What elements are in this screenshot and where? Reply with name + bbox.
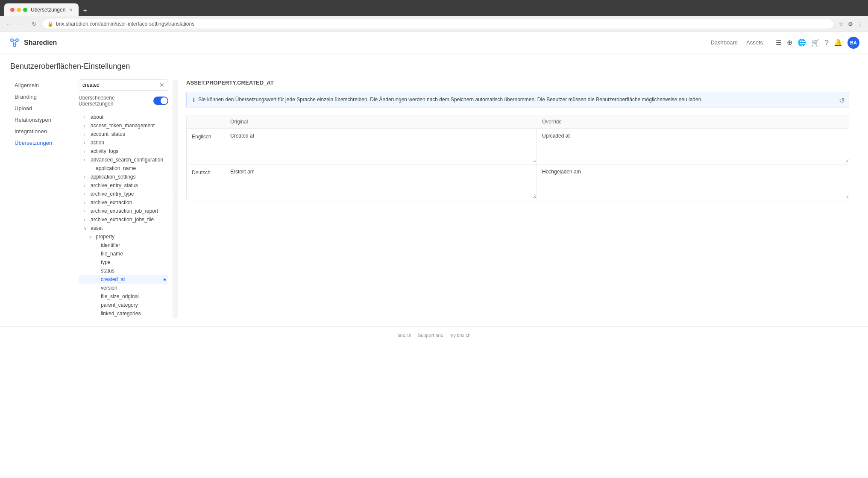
forward-button[interactable]: → (17, 20, 26, 28)
sidebar-item-integrationen[interactable]: Integrationen (10, 126, 79, 137)
tree-item-label: asset (91, 225, 103, 231)
tree-item-advanced_search[interactable]: ›advanced_search_configuration (79, 155, 168, 164)
menu-icon[interactable]: ☰ (776, 38, 782, 47)
back-button[interactable]: ← (4, 20, 14, 28)
tree-chevron-icon: › (84, 132, 89, 137)
lang-label-en: Englisch (187, 129, 225, 164)
tree-item-asset[interactable]: ∨asset (79, 224, 168, 232)
globe-icon[interactable]: 🌐 (798, 38, 806, 47)
tree-item-file_name[interactable]: file_name (79, 249, 168, 258)
tree-chevron-icon: › (84, 200, 89, 205)
tree-item-type[interactable]: type (79, 258, 168, 267)
tree-item-parent_category[interactable]: parent_category (79, 301, 168, 309)
svg-line-5 (15, 41, 17, 44)
avatar-button[interactable]: BA (847, 37, 859, 49)
header-original-col: Original (225, 115, 537, 128)
star-icon: ★ (163, 277, 167, 282)
footer-link-brix[interactable]: brix.ch (397, 333, 411, 338)
tree-chevron-icon: › (84, 158, 89, 162)
original-en-textarea[interactable] (225, 129, 537, 163)
tree-item-property[interactable]: ∨property (79, 232, 168, 241)
dot-yellow[interactable] (17, 8, 21, 12)
tree-item-archive_extraction_jobs_tile[interactable]: ›archive_extraction_jobs_tile (79, 215, 168, 224)
tree-item-file_size_original[interactable]: file_size_original (79, 292, 168, 301)
header-nav: Dashboard Assets ☰ ⊕ 🌐 🛒 ? 🔔 BA (710, 37, 859, 49)
tree-item-label: status (101, 268, 114, 274)
tree-item-application_settings[interactable]: ›application_settings (79, 173, 168, 181)
tab-close-button[interactable]: ✕ (69, 7, 73, 13)
tree-item-archive_entry_type[interactable]: ›archive_entry_type (79, 190, 168, 198)
tree-item-linked_categories[interactable]: linked_categories (79, 309, 168, 318)
new-tab-button[interactable]: + (79, 5, 90, 16)
original-de-textarea[interactable] (225, 164, 537, 199)
sidebar-item-branding[interactable]: Branding (10, 91, 79, 103)
cart-icon[interactable]: 🛒 (811, 38, 820, 47)
sidebar-item-relationstypen[interactable]: Relationstypen (10, 114, 79, 126)
sidebar-item-allgemein[interactable]: Allgemein (10, 79, 79, 91)
original-en-col (225, 129, 537, 164)
panel-resizer[interactable]: ⋮ (173, 79, 178, 318)
browser-tab[interactable]: Übersetzungen ✕ (4, 3, 79, 16)
tree-chevron-icon: › (84, 192, 89, 196)
tree-item-label: archive_extraction_job_report (91, 208, 158, 214)
dot-green[interactable] (23, 8, 27, 12)
sidebar: Allgemein Branding Upload Relationstypen… (10, 79, 79, 318)
tree-item-label: type (101, 259, 111, 265)
bookmark-icon[interactable]: ☆ (838, 20, 845, 28)
help-icon[interactable]: ? (825, 39, 829, 47)
dashboard-link[interactable]: Dashboard (710, 39, 738, 46)
info-icon: ℹ (193, 97, 195, 103)
tree-item-application_name[interactable]: application_name (79, 164, 168, 173)
tree-panel: ✕ Überschriebene Übersetzungen ›about›ac… (79, 79, 173, 318)
tree-item-archive_entry_status[interactable]: ›archive_entry_status (79, 181, 168, 190)
more-options-icon[interactable]: ⋮ (856, 20, 864, 28)
dot-red[interactable] (10, 8, 15, 12)
tree-item-label: access_token_management (91, 123, 155, 129)
override-en-textarea[interactable] (537, 129, 849, 163)
override-de-col (537, 164, 849, 200)
tree-item-action[interactable]: ›action (79, 138, 168, 147)
tree-item-access_token[interactable]: ›access_token_management (79, 121, 168, 130)
detail-panel: ASSET.PROPERTY.CREATED_AT ℹ Sie können d… (178, 79, 858, 318)
extensions-icon[interactable]: ⚙ (847, 20, 854, 28)
tree-item-about[interactable]: ›about (79, 113, 168, 121)
sidebar-item-ubersetzungen[interactable]: Übersetzungen (10, 137, 79, 149)
tree-item-label: file_name (101, 251, 123, 257)
svg-point-1 (16, 39, 18, 41)
tree-item-created_at[interactable]: created_at★ (79, 275, 168, 284)
tree-chevron-icon: › (84, 183, 89, 188)
tree-item-archive_extraction[interactable]: ›archive_extraction (79, 198, 168, 207)
tree-item-archive_extraction_job_report[interactable]: ›archive_extraction_job_report (79, 207, 168, 215)
tree-item-status[interactable]: status (79, 267, 168, 275)
address-bar[interactable]: 🔒 brix.sharedien.com/admin/user-interfac… (42, 19, 834, 29)
override-de-textarea[interactable] (537, 164, 849, 199)
tree-item-activity_logs[interactable]: ›activity_logs (79, 147, 168, 155)
sidebar-item-upload[interactable]: Upload (10, 103, 79, 114)
language-icon[interactable]: ⊕ (787, 38, 792, 47)
tree-item-label: activity_logs (91, 148, 118, 154)
assets-link[interactable]: Assets (746, 39, 763, 46)
header-lang-col (187, 115, 225, 128)
clear-search-button[interactable]: ✕ (159, 82, 164, 88)
footer-link-mybrix[interactable]: my.brix.ch (449, 333, 470, 338)
tree-chevron-icon: ∨ (84, 226, 89, 231)
lock-icon: 🔒 (47, 21, 53, 27)
tree-item-label: advanced_search_configuration (91, 157, 163, 163)
tree-item-label: archive_entry_type (91, 191, 134, 197)
refresh-button[interactable]: ↻ (30, 20, 38, 28)
footer-link-support[interactable]: Support brix (418, 333, 443, 338)
tree-item-label: parent_category (101, 302, 138, 308)
tree-chevron-icon: › (84, 141, 89, 145)
search-input[interactable] (82, 82, 158, 88)
tree-item-version[interactable]: version (79, 284, 168, 292)
override-toggle[interactable] (153, 97, 168, 105)
tree-item-account_status[interactable]: ›account_status (79, 130, 168, 138)
tree-chevron-icon: › (84, 149, 89, 154)
page-title: Benutzeroberflächen-Einstellungen (10, 62, 858, 71)
header-override-col: Override (537, 115, 849, 128)
reset-button[interactable]: ↺ (839, 97, 845, 105)
notifications-icon[interactable]: 🔔 (834, 38, 842, 47)
tree-item-identifier[interactable]: identifier (79, 241, 168, 249)
tree-chevron-icon: ∨ (89, 235, 94, 239)
translation-row-en: Englisch (187, 129, 849, 164)
